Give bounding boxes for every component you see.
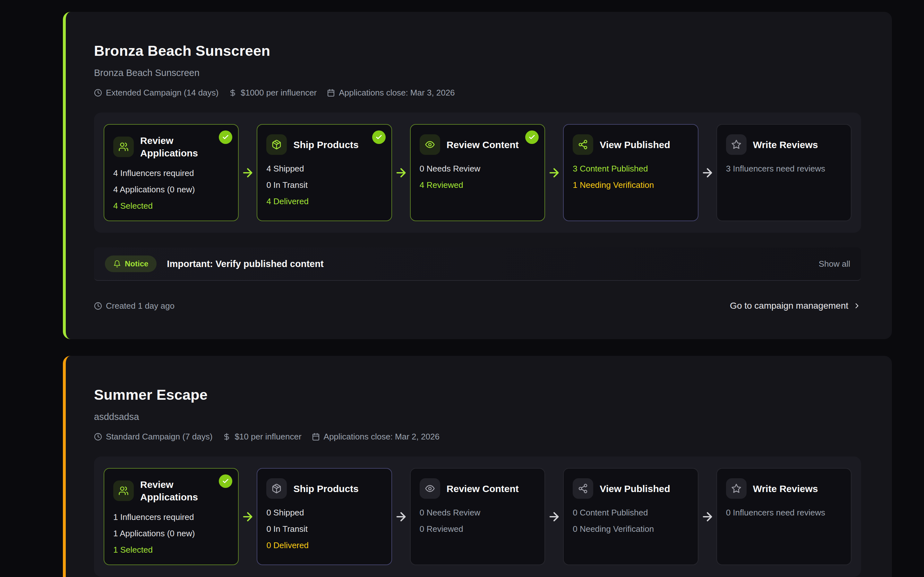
stage-review-applications[interactable]: Review Applications 1 Influencers requir… [103, 468, 239, 565]
calendar-icon [327, 89, 335, 97]
created-label: Created 1 day ago [94, 301, 174, 311]
stage-stat: 0 In Transit [266, 180, 382, 190]
share-icon [573, 478, 593, 499]
stage-stat: 3 Influencers need reviews [726, 164, 842, 174]
stage-review-content[interactable]: Review Content 0 Needs Review 0 Reviewed [410, 468, 545, 565]
campaign-schedule-label: Standard Campaign (7 days) [106, 432, 212, 442]
users-icon [113, 137, 134, 157]
campaign-title: Bronza Beach Sunscreen [94, 43, 861, 59]
stage-stat: 4 Shipped [266, 164, 382, 174]
campaign-closes: Applications close: Mar 2, 2026 [312, 432, 439, 442]
campaign-rate-label: $1000 per influencer [241, 88, 317, 98]
stage-stat: 1 Applications (0 new) [113, 529, 229, 538]
check-badge [219, 131, 232, 144]
campaign-title: Summer Escape [94, 387, 861, 403]
stage-stat: 3 Content Published [573, 164, 688, 174]
check-badge [219, 474, 232, 488]
stage-write-reviews[interactable]: Write Reviews 0 Influencers need reviews [716, 468, 851, 565]
package-icon [266, 478, 287, 499]
stage-write-reviews[interactable]: Write Reviews 3 Influencers need reviews [716, 124, 851, 221]
stage-title: Review Applications [140, 134, 215, 159]
pipeline-panel: Review Applications 1 Influencers requir… [94, 456, 861, 577]
campaign-schedule: Standard Campaign (7 days) [94, 432, 212, 442]
package-icon [266, 134, 287, 155]
campaign-rate-label: $10 per influencer [234, 432, 301, 442]
stage-stat: 0 Needing Verification [573, 524, 688, 534]
campaign-closes-label: Applications close: Mar 3, 2026 [339, 88, 455, 98]
arrow-right-icon [698, 166, 716, 179]
stage-stat: 0 Shipped [266, 508, 382, 518]
stage-review-applications[interactable]: Review Applications 4 Influencers requir… [103, 124, 239, 221]
stage-stat: 0 Influencers need reviews [726, 508, 842, 518]
stage-view-published[interactable]: View Published 3 Content Published 1 Nee… [563, 124, 698, 221]
arrow-right-icon [545, 510, 563, 524]
created-text: Created 1 day ago [106, 301, 174, 311]
calendar-icon [312, 433, 320, 441]
stage-stat: 0 Reviewed [420, 524, 535, 534]
stage-title: View Published [599, 139, 670, 151]
stage-stat: 0 Content Published [573, 508, 688, 518]
stage-title: Review Applications [140, 478, 215, 503]
dollar-icon [229, 89, 237, 97]
users-icon [113, 480, 134, 501]
check-icon [222, 134, 229, 141]
stage-stat: 4 Selected [113, 201, 229, 211]
stage-title: Review Content [447, 482, 519, 495]
clock-icon [94, 302, 102, 310]
arrow-right-icon [698, 510, 716, 524]
show-all-link[interactable]: Show all [819, 259, 850, 269]
campaign-meta: Standard Campaign (7 days) $10 per influ… [94, 432, 861, 442]
share-icon [573, 134, 593, 155]
stage-ship-products[interactable]: Ship Products 4 Shipped 0 In Transit 4 D… [257, 124, 392, 221]
campaign-card-bronza: Bronza Beach Sunscreen Bronza Beach Suns… [63, 12, 892, 339]
stage-stat: 1 Selected [113, 545, 229, 555]
stage-stat: 4 Applications (0 new) [113, 185, 229, 195]
stage-title: Review Content [447, 139, 519, 151]
stage-title: Write Reviews [753, 139, 818, 151]
arrow-right-icon [392, 166, 410, 179]
campaign-subtitle: Bronza Beach Sunscreen [94, 68, 861, 78]
check-badge [525, 131, 539, 144]
stage-stat: 1 Influencers required [113, 512, 229, 522]
notice-badge: Notice [105, 255, 157, 272]
eye-icon [420, 134, 440, 155]
campaign-subtitle: asddsadsa [94, 412, 861, 422]
manage-link[interactable]: Go to campaign management [730, 301, 861, 311]
stage-title: Write Reviews [753, 482, 818, 495]
stage-ship-products[interactable]: Ship Products 0 Shipped 0 In Transit 0 D… [257, 468, 392, 565]
campaign-meta: Extended Campaign (14 days) $1000 per in… [94, 88, 861, 98]
stage-stat: 0 Delivered [266, 540, 382, 550]
clock-icon [94, 89, 102, 97]
stage-view-published[interactable]: View Published 0 Content Published 0 Nee… [563, 468, 698, 565]
campaign-schedule-label: Extended Campaign (14 days) [106, 88, 218, 98]
notice-bar: Notice Important: Verify published conte… [94, 247, 861, 281]
stage-title: Ship Products [293, 482, 359, 495]
stage-stat: 1 Needing Verification [573, 180, 688, 190]
stage-review-content[interactable]: Review Content 0 Needs Review 4 Reviewed [410, 124, 545, 221]
stage-stat: 4 Reviewed [420, 180, 535, 190]
arrow-right-icon [545, 166, 563, 179]
campaign-card-summer-escape: Summer Escape asddsadsa Standard Campaig… [63, 356, 892, 577]
dollar-icon [223, 433, 231, 441]
campaign-schedule: Extended Campaign (14 days) [94, 88, 218, 98]
stage-stat: 0 Needs Review [420, 508, 535, 518]
notice-message: Important: Verify published content [167, 259, 323, 269]
arrow-right-icon [392, 510, 410, 524]
stage-title: View Published [599, 482, 670, 495]
stage-title: Ship Products [293, 139, 359, 151]
campaign-rate: $10 per influencer [223, 432, 301, 442]
campaign-rate: $1000 per influencer [229, 88, 317, 98]
pipeline-panel: Review Applications 4 Influencers requir… [94, 113, 861, 233]
campaign-closes-label: Applications close: Mar 2, 2026 [324, 432, 439, 442]
check-badge [372, 131, 386, 144]
stage-stat: 0 Needs Review [420, 164, 535, 174]
clock-icon [94, 433, 102, 441]
campaign-list: Bronza Beach Sunscreen Bronza Beach Suns… [0, 0, 924, 577]
bell-icon [113, 260, 121, 268]
eye-icon [420, 478, 440, 499]
check-icon [528, 134, 535, 141]
star-icon [726, 134, 746, 155]
star-icon [726, 478, 746, 499]
check-icon [222, 478, 229, 485]
stage-stat: 0 In Transit [266, 524, 382, 534]
